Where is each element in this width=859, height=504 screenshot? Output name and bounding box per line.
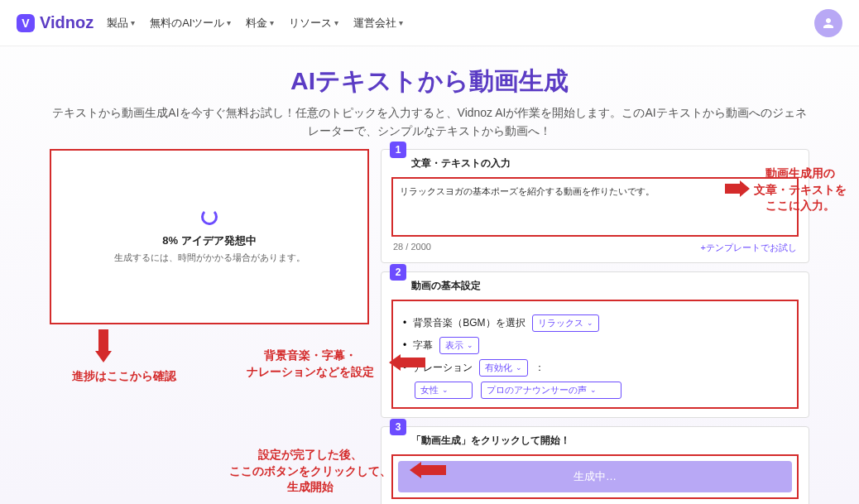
subtitle-label: 字幕 xyxy=(413,338,433,353)
subtitle-row: • 字幕 表示⌄ xyxy=(403,337,787,354)
right-column: 1 文章・テキストの入力 リラックスヨガの基本ポーズを紹介する動画を作りたいです… xyxy=(381,149,809,504)
chevron-down-icon: ⌄ xyxy=(442,386,449,394)
hero: AIテキストから動画生成 テキストから動画生成AIを今すぐ無料お試し！任意のトピ… xyxy=(0,65,859,141)
user-icon xyxy=(821,16,836,31)
chevron-down-icon: ▾ xyxy=(334,18,338,27)
subtitle-select[interactable]: 表示⌄ xyxy=(439,337,479,354)
step3-title: 「動画生成」をクリックして開始！ xyxy=(411,434,799,448)
step-badge-2: 2 xyxy=(390,264,406,281)
step3-card: 3 「動画生成」をクリックして開始！ 生成中… xyxy=(381,426,809,504)
step-badge-3: 3 xyxy=(390,419,406,435)
header: V Vidnoz 製品▾ 無料のAIツール▾ 料金▾ リソース▾ 運営会社▾ xyxy=(0,0,859,46)
settings-box: • 背景音楽（BGM）を選択 リラックス⌄ • 字幕 表示⌄ • ナレーション … xyxy=(391,300,799,409)
nav: 製品▾ 無料のAIツール▾ 料金▾ リソース▾ 運営会社▾ xyxy=(107,16,403,31)
step-badge-1: 1 xyxy=(390,142,406,158)
bgm-row: • 背景音楽（BGM）を選択 リラックス⌄ xyxy=(403,314,787,332)
preview-panel: 8% アイデア発想中 生成するには、時間がかかる場合があります。 xyxy=(50,149,369,324)
generate-button[interactable]: 生成中… xyxy=(398,461,792,492)
char-counter: 28 / 2000 xyxy=(393,242,431,254)
bgm-select[interactable]: リラックス⌄ xyxy=(532,314,599,332)
step2-card: 2 動画の基本設定 • 背景音楽（BGM）を選択 リラックス⌄ • 字幕 表示⌄… xyxy=(381,271,809,418)
narration-row: • ナレーション 有効化⌄ ： xyxy=(403,359,787,377)
chevron-down-icon: ▾ xyxy=(227,18,231,27)
chevron-down-icon: ⌄ xyxy=(587,319,593,327)
spinner-icon xyxy=(201,209,218,225)
progress-note: 生成するには、時間がかかる場合があります。 xyxy=(114,252,305,264)
page-subtitle: テキストから動画生成AIを今すぐ無料お試し！任意のトピックを入力すると、Vidn… xyxy=(50,103,809,141)
voice-gender-select[interactable]: 女性⌄ xyxy=(415,382,473,399)
step1-card: 1 文章・テキストの入力 リラックスヨガの基本ポーズを紹介する動画を作りたいです… xyxy=(381,149,809,263)
bgm-label: 背景音楽（BGM）を選択 xyxy=(413,316,525,330)
narration-label: ナレーション xyxy=(413,361,473,375)
chevron-down-icon: ⌄ xyxy=(467,341,473,349)
logo-mark-icon: V xyxy=(17,14,35,32)
chevron-down-icon: ▾ xyxy=(131,18,135,27)
nav-company[interactable]: 運営会社▾ xyxy=(353,16,403,31)
avatar[interactable] xyxy=(814,9,842,37)
chevron-down-icon: ⌄ xyxy=(516,363,522,372)
nav-product[interactable]: 製品▾ xyxy=(107,16,135,31)
step2-title: 動画の基本設定 xyxy=(411,279,799,293)
voice-row: 女性⌄ プロのアナウンサーの声⌄ xyxy=(415,382,787,399)
logo[interactable]: V Vidnoz xyxy=(17,13,94,32)
nav-pricing[interactable]: 料金▾ xyxy=(246,16,274,31)
template-link[interactable]: +テンプレートでお試し xyxy=(701,242,797,254)
chevron-down-icon: ⌄ xyxy=(590,386,597,394)
main: 8% アイデア発想中 生成するには、時間がかかる場合があります。 1 文章・テキ… xyxy=(0,141,859,504)
progress-text: 8% アイデア発想中 xyxy=(162,233,256,248)
voice-style-select[interactable]: プロのアナウンサーの声⌄ xyxy=(481,382,621,399)
narration-select[interactable]: 有効化⌄ xyxy=(479,359,528,377)
generate-box: 生成中… xyxy=(391,454,799,499)
left-column: 8% アイデア発想中 生成するには、時間がかかる場合があります。 xyxy=(50,149,369,504)
brand-name: Vidnoz xyxy=(40,13,94,32)
nav-resources[interactable]: リソース▾ xyxy=(289,16,338,31)
page-title: AIテキストから動画生成 xyxy=(50,65,809,98)
chevron-down-icon: ▾ xyxy=(270,18,274,27)
text-input[interactable]: リラックスヨガの基本ポーズを紹介する動画を作りたいです。 xyxy=(391,177,799,237)
chevron-down-icon: ▾ xyxy=(399,18,403,27)
nav-free-tools[interactable]: 無料のAIツール▾ xyxy=(150,16,231,31)
step1-title: 文章・テキストの入力 xyxy=(411,156,799,170)
